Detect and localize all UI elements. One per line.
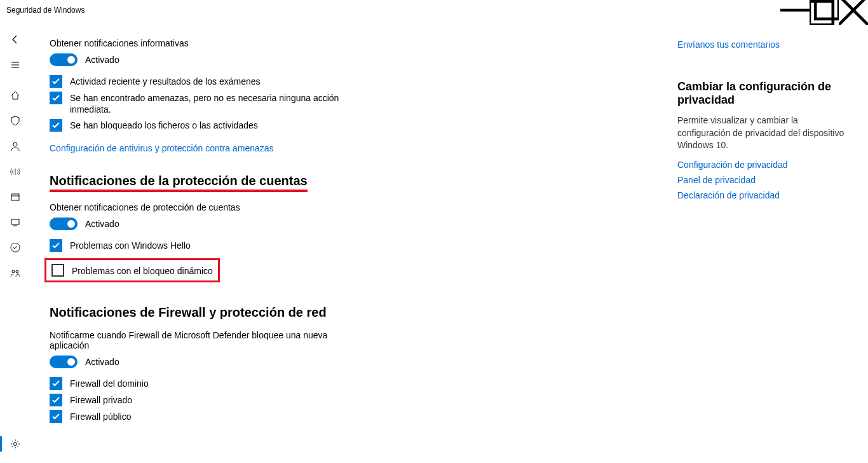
antivirus-settings-link[interactable]: Configuración de antivirus y protección …: [50, 143, 444, 153]
checkbox-domain-firewall[interactable]: [50, 377, 62, 390]
account-protection-title: Notificaciones de la protección de cuent…: [50, 174, 444, 192]
svg-point-8: [13, 142, 17, 146]
svg-point-14: [16, 270, 18, 273]
performance-icon[interactable]: [3, 235, 28, 261]
window-title: Seguridad de Windows: [6, 6, 85, 15]
firewall-title: Notificaciones de Firewall y protección …: [50, 305, 444, 320]
family-icon[interactable]: [3, 261, 28, 286]
svg-point-13: [12, 270, 15, 273]
label-threats-found: Se han encontrado amenazas, pero no es n…: [70, 92, 349, 115]
informational-toggle-label: Activado: [85, 55, 119, 65]
account-protection-toggle[interactable]: [50, 218, 78, 230]
main-content: Obtener notificaciones informativas Acti…: [50, 33, 444, 463]
account-protection-toggle-label: Activado: [85, 219, 119, 229]
informational-subtitle: Obtener notificaciones informativas: [50, 38, 444, 48]
minimize-button[interactable]: [780, 0, 810, 20]
close-button[interactable]: [839, 0, 868, 20]
checkbox-recent-activity[interactable]: [50, 75, 62, 88]
menu-button[interactable]: [3, 52, 28, 78]
firewall-toggle-label: Activado: [85, 357, 119, 367]
privacy-statement-link[interactable]: Declaración de privacidad: [677, 190, 849, 200]
informational-toggle[interactable]: [50, 53, 78, 66]
titlebar: Seguridad de Windows: [0, 0, 868, 20]
maximize-button[interactable]: [810, 0, 839, 20]
feedback-link[interactable]: Envíanos tus comentarios: [677, 39, 849, 50]
shield-icon[interactable]: [3, 108, 28, 134]
privacy-heading: Cambiar la configuración de privacidad: [677, 80, 849, 107]
label-dynamic-lock: Problemas con el bloqueo dinámico: [72, 265, 213, 277]
label-public-firewall: Firewall público: [70, 410, 131, 422]
firewall-subtitle: Notificarme cuando Firewall de Microsoft…: [50, 330, 367, 350]
network-icon[interactable]: [3, 159, 28, 184]
device-icon[interactable]: [3, 210, 28, 235]
privacy-settings-link[interactable]: Configuración de privacidad: [677, 160, 849, 170]
label-private-firewall: Firewall privado: [70, 394, 132, 406]
home-icon[interactable]: [3, 83, 28, 108]
checkbox-windows-hello[interactable]: [50, 239, 62, 252]
settings-icon[interactable]: [3, 431, 28, 457]
checkbox-dynamic-lock[interactable]: [51, 264, 64, 277]
checkbox-threats-found[interactable]: [50, 92, 62, 104]
label-blocked-files: Se han bloqueado los ficheros o las acti…: [70, 119, 258, 131]
highlighted-dynamic-lock-row: Problemas con el bloqueo dinámico: [44, 258, 220, 282]
svg-rect-11: [11, 219, 19, 225]
firewall-toggle[interactable]: [50, 356, 78, 368]
account-protection-subtitle: Obtener notificaciones de protección de …: [50, 202, 444, 212]
svg-point-15: [14, 443, 17, 446]
checkbox-public-firewall[interactable]: [50, 410, 62, 423]
privacy-text: Permite visualizar y cambiar la configur…: [677, 114, 849, 152]
account-icon[interactable]: [3, 134, 28, 159]
sidebar: [0, 20, 31, 463]
label-recent-activity: Actividad reciente y resultados de los e…: [70, 75, 261, 87]
checkbox-blocked-files[interactable]: [50, 119, 62, 132]
app-browser-icon[interactable]: [3, 184, 28, 210]
back-button[interactable]: [3, 27, 28, 52]
right-panel: Envíanos tus comentarios Cambiar la conf…: [677, 33, 849, 463]
label-windows-hello: Problemas con Windows Hello: [70, 239, 191, 251]
checkbox-private-firewall[interactable]: [50, 394, 62, 406]
svg-rect-9: [11, 194, 19, 200]
privacy-panel-link[interactable]: Panel de privacidad: [677, 175, 849, 185]
label-domain-firewall: Firewall del dominio: [70, 377, 149, 389]
